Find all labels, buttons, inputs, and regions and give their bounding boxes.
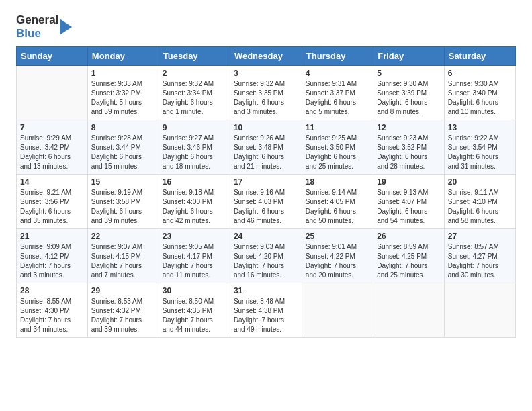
calendar-cell: 17Sunrise: 9:16 AM Sunset: 4:03 PM Dayli… (230, 175, 302, 229)
cell-content: Sunrise: 9:21 AM Sunset: 3:56 PM Dayligh… (20, 188, 84, 226)
day-number: 2 (163, 68, 226, 78)
calendar-cell: 2Sunrise: 9:32 AM Sunset: 3:34 PM Daylig… (159, 66, 230, 120)
day-number: 5 (377, 68, 441, 78)
calendar-cell: 30Sunrise: 8:50 AM Sunset: 4:35 PM Dayli… (159, 283, 230, 338)
calendar-week-row: 14Sunrise: 9:21 AM Sunset: 3:56 PM Dayli… (17, 175, 516, 229)
calendar-cell: 11Sunrise: 9:25 AM Sunset: 3:50 PM Dayli… (302, 120, 373, 175)
cell-content: Sunrise: 9:25 AM Sunset: 3:50 PM Dayligh… (306, 134, 369, 171)
calendar-cell (302, 283, 373, 338)
calendar-cell: 16Sunrise: 9:18 AM Sunset: 4:00 PM Dayli… (159, 175, 230, 229)
cell-content: Sunrise: 8:59 AM Sunset: 4:25 PM Dayligh… (377, 242, 441, 280)
day-number: 31 (234, 286, 298, 295)
day-header-thursday: Thursday (302, 47, 373, 66)
day-number: 24 (234, 232, 298, 241)
day-number: 16 (163, 177, 226, 187)
day-number: 9 (163, 123, 226, 132)
calendar-cell: 28Sunrise: 8:55 AM Sunset: 4:30 PM Dayli… (17, 283, 88, 338)
calendar-cell: 27Sunrise: 8:57 AM Sunset: 4:27 PM Dayli… (444, 229, 515, 283)
logo-arrow-icon (60, 16, 72, 38)
calendar-cell (373, 283, 445, 338)
calendar-cell: 26Sunrise: 8:59 AM Sunset: 4:25 PM Dayli… (373, 229, 445, 283)
calendar-cell: 9Sunrise: 9:27 AM Sunset: 3:46 PM Daylig… (159, 120, 230, 175)
calendar-cell (444, 283, 515, 338)
day-header-monday: Monday (87, 47, 159, 66)
day-number: 15 (91, 177, 155, 187)
cell-content: Sunrise: 9:27 AM Sunset: 3:46 PM Dayligh… (163, 134, 226, 171)
calendar-week-row: 28Sunrise: 8:55 AM Sunset: 4:30 PM Dayli… (17, 283, 516, 338)
calendar-cell (17, 66, 88, 120)
day-number: 7 (20, 123, 84, 132)
cell-content: Sunrise: 9:01 AM Sunset: 4:22 PM Dayligh… (306, 242, 369, 280)
day-number: 22 (91, 232, 155, 241)
cell-content: Sunrise: 9:18 AM Sunset: 4:00 PM Dayligh… (163, 188, 226, 226)
day-number: 14 (20, 177, 84, 187)
calendar-cell: 14Sunrise: 9:21 AM Sunset: 3:56 PM Dayli… (17, 175, 88, 229)
cell-content: Sunrise: 9:26 AM Sunset: 3:48 PM Dayligh… (234, 134, 298, 171)
cell-content: Sunrise: 9:13 AM Sunset: 4:07 PM Dayligh… (377, 188, 441, 226)
day-number: 8 (91, 123, 155, 132)
cell-content: Sunrise: 9:16 AM Sunset: 4:03 PM Dayligh… (234, 188, 298, 226)
calendar-cell: 1Sunrise: 9:33 AM Sunset: 3:32 PM Daylig… (87, 66, 159, 120)
calendar-week-row: 21Sunrise: 9:09 AM Sunset: 4:12 PM Dayli… (17, 229, 516, 283)
day-number: 1 (91, 68, 155, 78)
day-number: 27 (448, 232, 512, 241)
calendar-cell: 24Sunrise: 9:03 AM Sunset: 4:20 PM Dayli… (230, 229, 302, 283)
calendar-cell: 4Sunrise: 9:31 AM Sunset: 3:37 PM Daylig… (302, 66, 373, 120)
cell-content: Sunrise: 8:50 AM Sunset: 4:35 PM Dayligh… (163, 297, 226, 334)
cell-content: Sunrise: 9:32 AM Sunset: 3:34 PM Dayligh… (163, 79, 226, 117)
calendar-cell: 18Sunrise: 9:14 AM Sunset: 4:05 PM Dayli… (302, 175, 373, 229)
cell-content: Sunrise: 9:05 AM Sunset: 4:17 PM Dayligh… (163, 242, 226, 280)
day-number: 23 (163, 232, 226, 241)
calendar-cell: 12Sunrise: 9:23 AM Sunset: 3:52 PM Dayli… (373, 120, 445, 175)
day-header-saturday: Saturday (444, 47, 515, 66)
day-number: 12 (377, 123, 441, 132)
logo: General Blue (16, 13, 72, 40)
day-number: 13 (448, 123, 512, 132)
day-number: 19 (377, 177, 441, 187)
cell-content: Sunrise: 9:33 AM Sunset: 3:32 PM Dayligh… (91, 79, 155, 117)
day-number: 3 (234, 68, 298, 78)
cell-content: Sunrise: 9:30 AM Sunset: 3:40 PM Dayligh… (448, 79, 512, 117)
calendar-cell: 6Sunrise: 9:30 AM Sunset: 3:40 PM Daylig… (444, 66, 515, 120)
calendar-cell: 3Sunrise: 9:32 AM Sunset: 3:35 PM Daylig… (230, 66, 302, 120)
cell-content: Sunrise: 8:53 AM Sunset: 4:32 PM Dayligh… (91, 297, 155, 334)
day-number: 18 (306, 177, 369, 187)
cell-content: Sunrise: 9:23 AM Sunset: 3:52 PM Dayligh… (377, 134, 441, 171)
cell-content: Sunrise: 9:11 AM Sunset: 4:10 PM Dayligh… (448, 188, 512, 226)
cell-content: Sunrise: 9:31 AM Sunset: 3:37 PM Dayligh… (306, 79, 369, 117)
calendar-week-row: 7Sunrise: 9:29 AM Sunset: 3:42 PM Daylig… (17, 120, 516, 175)
day-number: 20 (448, 177, 512, 187)
day-number: 17 (234, 177, 298, 187)
day-header-friday: Friday (373, 47, 445, 66)
calendar-cell: 8Sunrise: 9:28 AM Sunset: 3:44 PM Daylig… (87, 120, 159, 175)
day-number: 21 (20, 232, 84, 241)
calendar-cell: 29Sunrise: 8:53 AM Sunset: 4:32 PM Dayli… (87, 283, 159, 338)
cell-content: Sunrise: 9:28 AM Sunset: 3:44 PM Dayligh… (91, 134, 155, 171)
logo-container: General Blue (16, 13, 72, 40)
calendar-cell: 5Sunrise: 9:30 AM Sunset: 3:39 PM Daylig… (373, 66, 445, 120)
day-number: 4 (306, 68, 369, 78)
calendar-cell: 20Sunrise: 9:11 AM Sunset: 4:10 PM Dayli… (444, 175, 515, 229)
cell-content: Sunrise: 9:32 AM Sunset: 3:35 PM Dayligh… (234, 79, 298, 117)
cell-content: Sunrise: 8:55 AM Sunset: 4:30 PM Dayligh… (20, 297, 84, 334)
logo-general: General (16, 13, 58, 27)
svg-marker-0 (60, 19, 72, 35)
cell-content: Sunrise: 9:19 AM Sunset: 3:58 PM Dayligh… (91, 188, 155, 226)
calendar-cell: 15Sunrise: 9:19 AM Sunset: 3:58 PM Dayli… (87, 175, 159, 229)
day-number: 11 (306, 123, 369, 132)
calendar-cell: 21Sunrise: 9:09 AM Sunset: 4:12 PM Dayli… (17, 229, 88, 283)
calendar-cell: 19Sunrise: 9:13 AM Sunset: 4:07 PM Dayli… (373, 175, 445, 229)
cell-content: Sunrise: 9:09 AM Sunset: 4:12 PM Dayligh… (20, 242, 84, 280)
day-number: 28 (20, 286, 84, 295)
cell-content: Sunrise: 8:48 AM Sunset: 4:38 PM Dayligh… (234, 297, 298, 334)
day-header-tuesday: Tuesday (159, 47, 230, 66)
calendar-cell: 31Sunrise: 8:48 AM Sunset: 4:38 PM Dayli… (230, 283, 302, 338)
calendar-week-row: 1Sunrise: 9:33 AM Sunset: 3:32 PM Daylig… (17, 66, 516, 120)
cell-content: Sunrise: 9:22 AM Sunset: 3:54 PM Dayligh… (448, 134, 512, 171)
logo-blue: Blue (16, 27, 58, 40)
calendar-cell: 7Sunrise: 9:29 AM Sunset: 3:42 PM Daylig… (17, 120, 88, 175)
day-number: 30 (163, 286, 226, 295)
cell-content: Sunrise: 8:57 AM Sunset: 4:27 PM Dayligh… (448, 242, 512, 280)
calendar-table: SundayMondayTuesdayWednesdayThursdayFrid… (16, 46, 516, 338)
cell-content: Sunrise: 9:03 AM Sunset: 4:20 PM Dayligh… (234, 242, 298, 280)
